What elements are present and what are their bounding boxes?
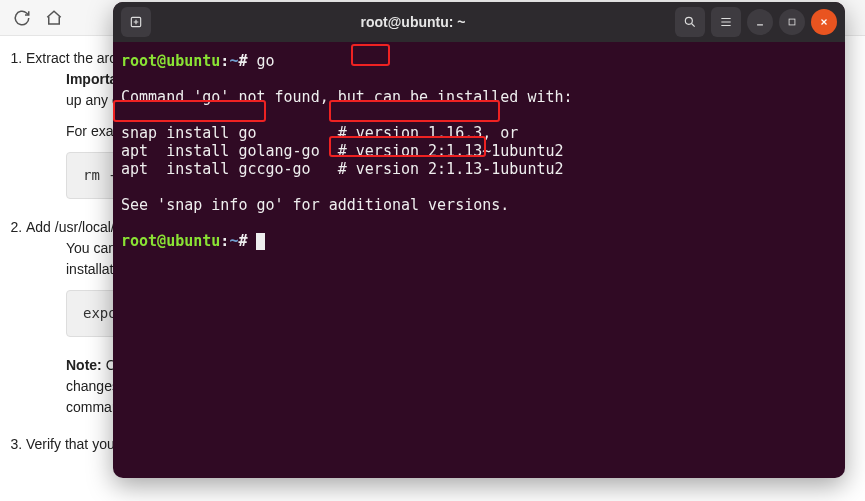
titlebar[interactable]: root@ubuntu: ~: [113, 2, 845, 42]
svg-point-1: [685, 17, 692, 24]
menu-button[interactable]: [711, 7, 741, 37]
prompt-user: root@ubuntu: [121, 52, 220, 70]
step1-text: Extract the arch: [26, 50, 124, 66]
maximize-button[interactable]: [779, 9, 805, 35]
window-title: root@ubuntu: ~: [151, 14, 675, 30]
reload-icon[interactable]: [12, 8, 32, 28]
output-line-4: apt install gccgo-go # version 2:1.13-1u…: [121, 160, 564, 178]
search-button[interactable]: [675, 7, 705, 37]
output-line-3: apt install golang-go # version 2:1.13~1…: [121, 142, 564, 160]
cursor: [256, 233, 265, 250]
new-tab-button[interactable]: [121, 7, 151, 37]
output-line-5: See 'snap info go' for additional versio…: [121, 196, 509, 214]
svg-rect-2: [789, 19, 795, 25]
output-line-1: Command 'go' not found, but can be insta…: [121, 88, 573, 106]
terminal-window: root@ubuntu: ~ root@ubuntu:~# go Command…: [113, 2, 845, 478]
cmd-go: go: [256, 52, 274, 70]
prompt-symbol: #: [238, 52, 247, 70]
minimize-button[interactable]: [747, 9, 773, 35]
close-button[interactable]: [811, 9, 837, 35]
step2-text: Add /usr/local/: [26, 219, 115, 235]
note-label: Note:: [66, 357, 102, 373]
home-icon[interactable]: [44, 8, 64, 28]
highlight-box-go: [351, 44, 390, 66]
terminal-body[interactable]: root@ubuntu:~# go Command 'go' not found…: [113, 42, 845, 478]
output-line-2: snap install go # version 1.16.3, or: [121, 124, 518, 142]
